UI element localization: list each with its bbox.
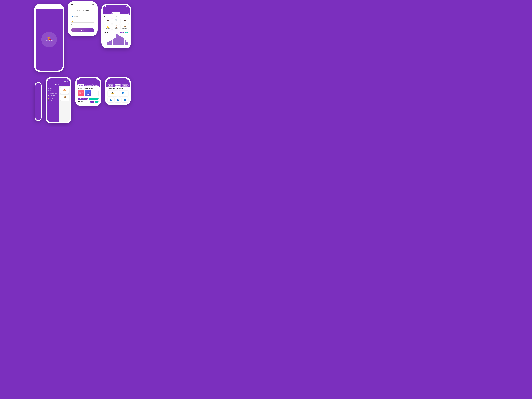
pending-icon: ⏳ <box>113 25 120 27</box>
archived-card-icon: 📦 <box>62 96 68 98</box>
corr2-hamburger-icon[interactable]: ☰ <box>108 82 109 83</box>
bar-may <box>114 38 116 45</box>
menu-item-attendance[interactable]: ✓ Attendance Report <box>48 92 58 95</box>
att-card-rest-value: 2 h 30 min <box>78 93 84 96</box>
label-mar: Mar <box>111 46 112 46</box>
login-content: Forget Password 👤 🔒 Remember Me Forgot p… <box>69 6 96 35</box>
bar-sep <box>121 37 123 45</box>
corr2-total-label: Total request 101 <box>119 95 127 95</box>
menu-hamburger-icon[interactable]: ☰ <box>48 81 49 82</box>
label-nov: Nov <box>125 46 126 46</box>
bar-chart <box>107 34 128 45</box>
corr2-tab-self[interactable]: Self Services <box>122 84 128 87</box>
att-card-short-value: 11 h 20 min <box>85 92 91 95</box>
app-header: ☰ <box>103 8 130 11</box>
month-section: Month Month Year 100 50 0 <box>103 31 130 47</box>
bar-feb <box>109 41 111 45</box>
hours-month-btn[interactable]: Month <box>90 101 94 102</box>
chart-labels: Jan Feb Mar Apr May Jun Jul Aug Sep Oct … <box>107 45 128 46</box>
month-button[interactable]: Month <box>120 32 124 33</box>
corr2-tab-attendance[interactable]: Attendance <box>107 84 114 87</box>
remember-me-checkbox[interactable] <box>71 25 72 26</box>
lock-icon: 🔒 <box>72 20 74 22</box>
corr2-pending-label: Request pending 01 <box>108 95 117 95</box>
delayed-icon: ⚠️ <box>104 25 111 27</box>
company-name-arabic: شركة تطوير المباني <box>44 40 54 41</box>
forgot-password-link[interactable]: Forgot password? <box>87 25 94 25</box>
label-sep: Sep <box>121 46 123 46</box>
att-card-checkin: New check in Check in 8:07Check out 8:51 <box>92 90 99 96</box>
hours-year-btn[interactable]: Year <box>95 101 99 102</box>
archived-card-label: Archived 09 <box>62 99 68 100</box>
outgoing-card-icon: 📤 <box>62 89 68 91</box>
menu-item-gallery[interactable]: 🖼️ Gallery <box>48 97 58 99</box>
corr2-tab-correspondence[interactable]: Correspondence <box>114 84 121 87</box>
employee-attendance-btn[interactable]: Employee Attendance <box>78 97 88 100</box>
corr2-cards-bottom: 👤 👤 👤 <box>108 97 128 102</box>
bar-oct <box>123 38 124 45</box>
att-tab-self[interactable]: Self Services <box>92 84 99 86</box>
password-input[interactable] <box>71 20 94 23</box>
card-pending: ⏳ Pending 05 <box>112 25 120 30</box>
corr2-card-user1: 👤 <box>108 97 114 102</box>
bar-jan <box>108 42 109 45</box>
att-card-short: Short off request Duration 11 h 20 min <box>85 90 91 96</box>
corr2-user3-icon: 👤 <box>123 98 127 101</box>
splash-screen: 🏗️ شركة تطوير المباني TATWEER BUILDINGS … <box>36 8 63 70</box>
tab-correspondence[interactable]: Correspondence <box>112 12 120 14</box>
att-card-checkin-sub: Check in 8:07Check out 8:51 <box>93 92 98 93</box>
label-feb: Feb <box>109 46 110 46</box>
corr2-total-icon: 👥 <box>119 92 127 94</box>
phone-correspondence2: 100% ☰ Attendance Correspondence Self Se… <box>105 77 131 105</box>
label-may: May <box>114 46 116 46</box>
card-inbox: 📥 Inbox 101 <box>104 18 112 24</box>
att-hamburger-icon[interactable]: ☰ <box>78 82 79 83</box>
bar-aug <box>120 36 121 45</box>
bar-nov <box>125 40 126 45</box>
hamburger-icon[interactable]: ☰ <box>104 9 105 10</box>
label-oct: Oct <box>123 46 124 46</box>
month-header: Month Month Year <box>104 32 128 33</box>
menu-item-questionnaire[interactable]: 📋 Questionnaire <box>48 95 58 97</box>
new-time-off-btn[interactable]: New time off request <box>89 97 99 100</box>
label-apr: Apr <box>113 46 114 46</box>
bar-apr <box>113 39 114 45</box>
menu-item-about[interactable]: ℹ️ About us <box>48 89 58 92</box>
remember-me-label[interactable]: Remember Me <box>71 25 79 26</box>
menu-right-panel: 📤 Out going 08 📦 Archived 09 <box>59 86 70 122</box>
password-group: 🔒 <box>71 20 94 23</box>
att-tab-correspondence[interactable]: Correspondence <box>85 84 92 86</box>
bar-dec <box>126 42 128 45</box>
transaction-icon: 🔄 <box>113 19 120 21</box>
home-icon: ⊞ <box>48 88 49 89</box>
tab-attendance[interactable]: Attendance <box>104 12 112 14</box>
corr2-pending-icon: ⚠️ <box>108 92 117 94</box>
corr2-user2-icon: 👤 <box>115 98 120 101</box>
bar-mar <box>111 40 112 45</box>
questionnaire-icon: 📋 <box>48 95 50 96</box>
year-button[interactable]: Year <box>125 32 128 33</box>
month-title: Month <box>104 32 108 33</box>
corr2-card-user3: 👤 <box>122 97 128 102</box>
bottom-row: Co... 100% ☰ Self Services شركة تطوير ال… <box>35 77 131 123</box>
phone-login: 100% Forget Password 👤 🔒 Remember Me <box>68 1 97 36</box>
menu-item-home[interactable]: ⊞ Home <box>48 87 58 89</box>
att-tab-attendance[interactable]: Attendance <box>77 84 84 86</box>
menu-item-contact[interactable]: 📞 Contact Us <box>48 99 58 102</box>
att-title: Attendance of time requests <box>78 88 99 89</box>
login-button[interactable]: LogIn <box>71 28 94 32</box>
tab-self-services[interactable]: Self Services <box>121 12 129 14</box>
card-delayed: ⚠️ Delayed 10 <box>104 25 112 30</box>
section-title: Correspondence System <box>103 15 130 18</box>
user-icon: 👤 <box>72 16 74 17</box>
corr2-card-pending: ⚠️ Request pending 01 <box>108 90 118 96</box>
phone-attendance: 100% ☰ Attendance Correspondence Self Se… <box>75 77 101 106</box>
side-menu: ⊞ Home ℹ️ About us ✓ Attendance Report 📋… <box>47 86 59 122</box>
corr2-cards-top: ⚠️ Request pending 01 👥 Total request 10… <box>108 90 128 96</box>
username-input[interactable] <box>71 15 94 18</box>
att-card-rest-label: Rest time of requests <box>78 91 84 92</box>
bar-jul <box>118 35 119 45</box>
label-aug: Aug <box>119 46 121 46</box>
corr2-title: Correspondence System <box>108 88 128 89</box>
att-btn-row: Employee Attendance New time off request <box>78 97 99 100</box>
